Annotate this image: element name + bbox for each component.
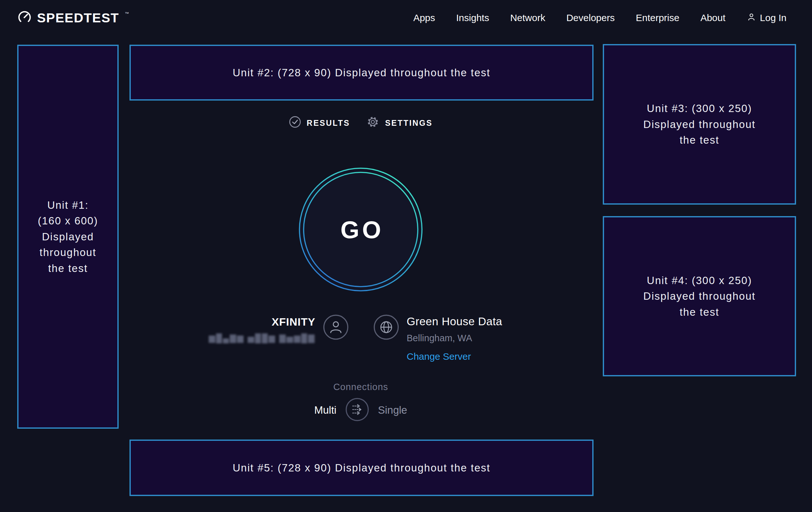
user-icon <box>747 12 756 24</box>
ad-unit-4-text: Unit #4: (300 x 250) Displayed throughou… <box>643 273 756 320</box>
server-info-block: Green House Data Bellingham, WA Change S… <box>407 315 502 362</box>
tab-settings-label: SETTINGS <box>385 118 433 128</box>
logo-wordmark: SPEEDTEST <box>37 10 119 26</box>
isp-user-circle-icon <box>323 315 349 341</box>
speedtest-main-panel: RESULTS SETTINGS <box>119 0 603 512</box>
isp-name: XFINITY <box>209 316 315 328</box>
nav-item-enterprise[interactable]: Enterprise <box>636 12 679 23</box>
speedometer-icon <box>17 10 32 26</box>
login-button[interactable]: Log In <box>747 12 786 24</box>
connection-mode-toggle: Multi Single <box>119 398 603 423</box>
multi-connections-icon[interactable] <box>345 398 369 423</box>
isp-text-block: XFINITY ▆█▄▇▆ ▅██▆ ▇▅▆█▇ <box>209 316 315 343</box>
check-circle-icon <box>289 116 301 130</box>
isp-block: XFINITY ▆█▄▇▆ ▅██▆ ▇▅▆█▇ <box>119 311 361 362</box>
change-server-link[interactable]: Change Server <box>407 351 502 362</box>
tab-results-label: RESULTS <box>307 118 350 128</box>
speedtest-logo[interactable]: SPEEDTEST ™ <box>17 10 128 26</box>
mode-multi-label[interactable]: Multi <box>314 404 337 416</box>
isp-ip-redacted: ▆█▄▇▆ ▅██▆ ▇▅▆█▇ <box>209 333 315 343</box>
connection-info-row: XFINITY ▆█▄▇▆ ▅██▆ ▇▅▆█▇ <box>119 311 603 362</box>
tab-settings[interactable]: SETTINGS <box>367 115 433 130</box>
gear-icon <box>367 115 379 130</box>
mode-single-label[interactable]: Single <box>378 404 407 416</box>
ad-unit-3-rectangle: Unit #3: (300 x 250) Displayed throughou… <box>603 44 796 205</box>
nav-item-about[interactable]: About <box>700 12 725 23</box>
ad-unit-1-text: Unit #1: (160 x 600) Displayed throughou… <box>38 197 98 276</box>
go-button[interactable]: GO <box>298 167 423 292</box>
server-name: Green House Data <box>407 315 502 328</box>
tabs-row: RESULTS SETTINGS <box>119 115 603 130</box>
server-location: Bellingham, WA <box>407 333 502 344</box>
ad-unit-1-skyscraper: Unit #1: (160 x 600) Displayed throughou… <box>17 45 119 429</box>
server-block: Green House Data Bellingham, WA Change S… <box>361 311 603 362</box>
go-button-label: GO <box>298 167 423 292</box>
server-globe-circle-icon <box>374 315 399 341</box>
speedtest-page: SPEEDTEST ™ Apps Insights Network Develo… <box>0 0 812 512</box>
connections-label: Connections <box>119 382 603 392</box>
ad-unit-3-text: Unit #3: (300 x 250) Displayed throughou… <box>643 101 756 148</box>
login-label: Log In <box>760 12 786 23</box>
ad-unit-4-rectangle: Unit #4: (300 x 250) Displayed throughou… <box>603 216 796 376</box>
tab-results[interactable]: RESULTS <box>289 116 350 130</box>
